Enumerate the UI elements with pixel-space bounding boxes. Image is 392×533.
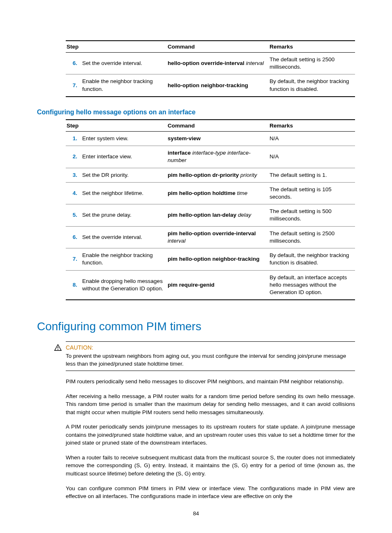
command-text: hello-option neighbor-tracking: [167, 74, 269, 97]
step-text: Set the override interval.: [81, 53, 167, 74]
command-text: pim hello-option override-interval inter…: [167, 226, 269, 248]
remarks-text: N/A: [269, 131, 355, 146]
remarks-text: The default setting is 2500 milliseconds…: [269, 226, 355, 248]
th-command: Command: [167, 120, 269, 132]
page-number: 84: [0, 510, 392, 517]
remarks-text: The default setting is 500 milliseconds.: [269, 204, 355, 226]
command-text: pim hello-option neighbor-tracking: [167, 248, 269, 270]
table-hello-options-interface: Step Command Remarks 1. Enter system vie…: [66, 119, 355, 300]
table-row: 6. Set the override interval. hello-opti…: [66, 53, 355, 74]
command-text: interface interface-type interface-numbe…: [167, 146, 269, 168]
caution-block: CAUTION: To prevent the upstream neighbo…: [66, 341, 355, 371]
step-number: 3.: [66, 168, 81, 182]
step-text: Set the neighbor lifetime.: [81, 182, 167, 204]
table-header-row: Step Command Remarks: [66, 120, 355, 132]
command-text: pim require-genid: [167, 270, 269, 300]
remarks-text: N/A: [269, 146, 355, 168]
table-row: 8. Enable dropping hello messages withou…: [66, 270, 355, 300]
step-text: Set the override interval.: [81, 226, 167, 248]
remarks-text: By default, the neighbor tracking functi…: [269, 248, 355, 270]
step-number: 8.: [66, 270, 81, 300]
subheading-interface-hello: Configuring hello message options on an …: [37, 109, 355, 116]
step-number: 5.: [66, 204, 81, 226]
table-row: 4. Set the neighbor lifetime. pim hello-…: [66, 182, 355, 204]
step-text: Enter system view.: [81, 131, 167, 146]
table-header-row: Step Command Remarks: [66, 41, 355, 53]
table-row: 7. Enable the neighbor tracking function…: [66, 248, 355, 270]
table-row: 2. Enter interface view. interface inter…: [66, 146, 355, 168]
paragraph: PIM routers periodically send hello mess…: [66, 378, 355, 386]
command-text: system-view: [167, 131, 269, 146]
paragraph: You can configure common PIM timers in P…: [66, 484, 355, 501]
remarks-text: The default setting is 1.: [269, 168, 355, 182]
step-text: Set the DR priority.: [81, 168, 167, 182]
step-text: Enable the neighbor tracking function.: [81, 248, 167, 270]
remarks-text: The default setting is 2500 milliseconds…: [269, 53, 355, 74]
table-row: 5. Set the prune delay. pim hello-option…: [66, 204, 355, 226]
command-text: hello-option override-interval interval: [167, 53, 269, 74]
command-text: pim hello-option holdtime time: [167, 182, 269, 204]
table-hello-options-global: Step Command Remarks 6. Set the override…: [66, 40, 355, 97]
step-number: 1.: [66, 131, 81, 146]
command-text: pim hello-option lan-delay delay: [167, 204, 269, 226]
table-row: 1. Enter system view. system-view N/A: [66, 131, 355, 146]
step-number: 4.: [66, 182, 81, 204]
step-number: 2.: [66, 146, 81, 168]
step-number: 7.: [66, 248, 81, 270]
document-page: Step Command Remarks 6. Set the override…: [0, 0, 392, 533]
warning-triangle-icon: [54, 344, 62, 351]
svg-point-1: [58, 349, 58, 350]
caution-header: CAUTION:: [66, 341, 355, 351]
table-row: 6. Set the override interval. pim hello-…: [66, 226, 355, 248]
step-text: Enable the neighbor tracking function.: [81, 74, 167, 97]
th-command: Command: [167, 41, 269, 53]
step-number: 6.: [66, 226, 81, 248]
step-number: 6.: [66, 53, 81, 74]
remarks-text: By default, the neighbor tracking functi…: [269, 74, 355, 97]
heading-pim-timers: Configuring common PIM timers: [37, 320, 355, 333]
caution-label: CAUTION:: [66, 344, 93, 351]
step-number: 7.: [66, 74, 81, 97]
step-text: Set the prune delay.: [81, 204, 167, 226]
th-remarks: Remarks: [269, 120, 355, 132]
paragraph: When a router fails to receive subsequen…: [66, 454, 355, 478]
command-text: pim hello-option dr-priority priority: [167, 168, 269, 182]
paragraph: A PIM router periodically sends join/pru…: [66, 423, 355, 447]
th-step: Step: [66, 120, 167, 132]
th-remarks: Remarks: [269, 41, 355, 53]
remarks-text: By default, an interface accepts hello m…: [269, 270, 355, 300]
table-row: 7. Enable the neighbor tracking function…: [66, 74, 355, 97]
step-text: Enable dropping hello messages without t…: [81, 270, 167, 300]
th-step: Step: [66, 41, 167, 53]
paragraph: After receiving a hello message, a PIM r…: [66, 392, 355, 417]
step-text: Enter interface view.: [81, 146, 167, 168]
table-row: 3. Set the DR priority. pim hello-option…: [66, 168, 355, 182]
caution-text: To prevent the upstream neighbors from a…: [66, 351, 355, 371]
remarks-text: The default setting is 105 seconds.: [269, 182, 355, 204]
